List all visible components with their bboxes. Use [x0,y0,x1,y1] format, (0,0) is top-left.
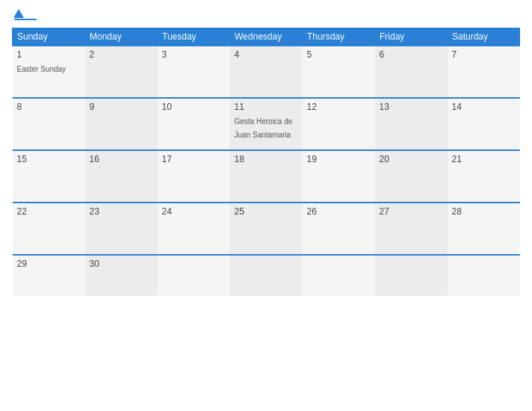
day-number: 28 [452,206,516,217]
day-cell: 30 [85,255,158,296]
day-cell: 19 [303,150,375,203]
day-cell [158,255,230,296]
day-cell: 10 [158,98,230,150]
day-cell: 8 [13,98,85,150]
day-cell: 2 [85,46,158,98]
day-number: 12 [307,102,371,112]
day-number: 16 [90,154,153,164]
day-cell: 20 [375,150,448,203]
day-number: 1 [17,49,81,60]
calendar-container: SundayMondayTuesdayWednesdayThursdayFrid… [0,0,532,411]
day-cell: 22 [13,203,85,255]
day-cell [303,255,375,296]
day-header-monday: Monday [85,28,158,46]
day-number: 9 [90,102,153,112]
day-number: 26 [307,206,371,217]
day-number: 29 [17,259,81,269]
day-cell: 11Gesta Heroica de Juan Santamaria [230,98,303,150]
day-cell: 6 [375,46,448,98]
day-cell: 13 [375,98,448,150]
day-number: 4 [235,49,298,60]
day-cell [375,255,448,296]
day-cell: 17 [158,150,230,203]
day-number: 15 [17,154,81,164]
day-number: 14 [452,102,516,112]
day-number: 21 [452,154,516,164]
logo [12,9,37,20]
day-number: 22 [17,206,81,217]
day-header-thursday: Thursday [303,28,375,46]
day-cell: 16 [85,150,158,203]
week-row-4: 22232425262728 [13,203,520,255]
day-cell: 18 [230,150,303,203]
day-cell: 27 [375,203,448,255]
day-header-sunday: Sunday [13,28,85,46]
day-cell [448,255,520,296]
day-number: 10 [162,102,226,112]
day-cell: 7 [448,46,520,98]
day-cell: 9 [85,98,158,150]
day-cell: 24 [158,203,230,255]
day-number: 3 [162,49,226,60]
day-number: 11 [235,102,298,112]
calendar-header [12,9,520,20]
day-cell: 28 [448,203,520,255]
day-number: 6 [380,49,443,60]
day-number: 8 [17,102,81,112]
event-text: Easter Sunday [17,65,66,73]
day-number: 25 [235,206,298,217]
week-row-2: 891011Gesta Heroica de Juan Santamaria12… [13,98,520,150]
day-header-wednesday: Wednesday [230,28,303,46]
day-cell: 12 [303,98,375,150]
week-row-3: 15161718192021 [13,150,520,203]
day-header-tuesday: Tuesday [158,28,230,46]
day-header-saturday: Saturday [448,28,520,46]
day-cell: 14 [448,98,520,150]
logo-triangle-icon [13,9,24,18]
event-text: Gesta Heroica de Juan Santamaria [235,117,293,139]
day-cell: 3 [158,46,230,98]
day-cell: 1Easter Sunday [13,46,85,98]
day-header-friday: Friday [375,28,448,46]
day-cell: 21 [448,150,520,203]
day-cell: 23 [85,203,158,255]
days-header-row: SundayMondayTuesdayWednesdayThursdayFrid… [13,28,520,46]
day-cell: 15 [13,150,85,203]
logo-underline [14,19,37,20]
week-row-5: 2930 [13,255,520,296]
day-number: 19 [307,154,371,164]
day-number: 18 [235,154,298,164]
day-cell: 25 [230,203,303,255]
day-cell: 26 [303,203,375,255]
day-number: 23 [90,206,153,217]
day-cell: 4 [230,46,303,98]
day-cell: 29 [13,255,85,296]
day-number: 27 [380,206,443,217]
day-number: 20 [380,154,443,164]
day-number: 24 [162,206,226,217]
day-number: 13 [380,102,443,112]
day-number: 7 [452,49,516,60]
day-cell [230,255,303,296]
day-number: 5 [307,49,371,60]
day-number: 2 [90,49,153,60]
week-row-1: 1Easter Sunday234567 [13,46,520,98]
day-cell: 5 [303,46,375,98]
calendar-table: SundayMondayTuesdayWednesdayThursdayFrid… [12,28,520,296]
day-number: 17 [162,154,226,164]
day-number: 30 [90,259,153,269]
